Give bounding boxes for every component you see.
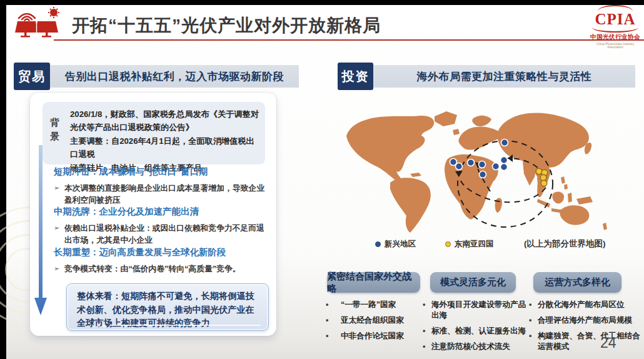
strategy-point-text: 注意防范核心技术流失	[431, 341, 510, 352]
phase-title: 中期洗牌：企业分化及加速产能出清	[54, 206, 271, 218]
logo-org-name: 中国光伏行业协会	[589, 33, 641, 41]
dot-bullet-icon: •	[529, 315, 538, 326]
arrow-bullet-icon: ➢	[54, 222, 64, 246]
legend-label: 东南亚四国	[455, 239, 494, 250]
investment-tag: 投资	[338, 63, 373, 90]
logo-org-name-en: China Photovoltaic Industry Association	[591, 43, 639, 49]
world-map	[343, 100, 636, 239]
yellow-dot-icon	[445, 241, 451, 247]
strategy-point: •海外项目开发建设带动产品出海	[423, 300, 530, 321]
strategy-point-text: 中非合作论坛国家	[335, 331, 404, 341]
strategy-point-text: 合理评估海外产能布局规模	[538, 315, 632, 326]
solar-panel-icon	[13, 7, 63, 39]
map-continents	[346, 111, 607, 233]
dot-bullet-icon: •	[326, 331, 335, 341]
map-note: (以上为部分世界地图)	[524, 238, 606, 250]
signal-waves-icon	[19, 14, 35, 21]
dot-bullet-icon: •	[326, 315, 335, 326]
arrow-bullet-icon: ➢	[54, 263, 64, 275]
phase-point: ➢ 竞争模式转变：由“低价内卷”转向“高质量”竞争。	[54, 263, 271, 275]
background-box: 背景 2026/1/8，财政部、国家税务总局发布《关于调整对光伏等产品出口退税政…	[43, 102, 265, 164]
strategy-point: •标准、检测、认证服务出海	[423, 326, 530, 336]
background-label: 背景	[49, 116, 60, 143]
phase-point-text: 竞争模式转变：由“低价内卷”转向“高质量”竞争。	[64, 263, 241, 275]
phase-point-text: 本次调整的直接影响是企业出口成本显著增加，导致企业盈利空间被挤压	[64, 182, 271, 206]
dot-bullet-icon: •	[326, 300, 335, 310]
dot-bullet-icon: •	[529, 331, 538, 352]
summary-box: 整体来看：短期阵痛不可避免，长期将倒逼技术创新、优化竞争格局，推动中国光伏产业在…	[66, 283, 269, 331]
background-line: 主要调整：自2026年4月1日起，全面取消增值税出口退税	[70, 136, 254, 159]
strategy-title: 模式灵活多元化	[430, 272, 516, 293]
dot-bullet-icon: •	[423, 326, 431, 336]
strategy-point-text: “一带一路”国家	[335, 300, 396, 310]
strategy-column-models: 模式灵活多元化 •海外项目开发建设带动产品出海 •标准、检测、认证服务出海 •注…	[423, 272, 530, 357]
trade-tag: 贸易	[14, 63, 50, 90]
strategy-point-text: 海外项目开发建设带动产品出海	[431, 300, 530, 321]
phase-point: ➢ 依赖出口退税补贴企业：或因出口依赖和竞争力不足而退出市场，尤其是中小企业	[54, 222, 271, 246]
strategy-point: •中非合作论坛国家	[326, 331, 433, 341]
strategy-point-text: 亚太经合组织国家	[335, 315, 404, 326]
strategy-point-text: 标准、检测、认证服务出海	[431, 326, 526, 336]
strategy-point-text: 构建独资、合资、代工相结合运营模式	[538, 331, 640, 352]
dot-bullet-icon: •	[423, 341, 431, 352]
logo-acronym: CPIA	[589, 11, 641, 27]
timeline-down-arrow	[34, 145, 48, 316]
background-line: 2026/1/8，财政部、国家税务总局发布《关于调整对光伏等产品出口退税政策的公…	[70, 109, 259, 132]
arrow-bullet-icon: ➢	[54, 182, 64, 206]
header-underline	[54, 39, 644, 41]
dot-bullet-icon: •	[529, 300, 538, 310]
legend-item-emerging: 新兴地区	[375, 239, 416, 249]
page-title: 开拓“十五五”光伏产业对外开放新格局	[72, 14, 381, 38]
phase-title: 长期重塑：迈向高质量发展与全球化新阶段	[54, 246, 271, 258]
strategy-point-text: 分散化海外产能布局区位	[538, 300, 625, 310]
phase-long-term: 长期重塑：迈向高质量发展与全球化新阶段 ➢ 竞争模式转变：由“低价内卷”转向“高…	[54, 246, 271, 275]
phase-point-text: 依赖出口退税补贴企业：或因出口依赖和竞争力不足而退出市场，尤其是中小企业	[64, 222, 271, 246]
strategy-title: 紧密结合国家外交战略	[327, 272, 420, 293]
strategy-point: •构建独资、合资、代工相结合运营模式	[529, 331, 640, 352]
page-number: 24	[600, 335, 616, 351]
phase-point: ➢ 本次调整的直接影响是企业出口成本显著增加，导致企业盈利空间被挤压	[54, 182, 271, 206]
strategy-column-diplomacy: 紧密结合国家外交战略 •“一带一路”国家 •亚太经合组织国家 •中非合作论坛国家	[326, 272, 433, 346]
strategy-point: •分散化海外产能布局区位	[529, 300, 640, 310]
strategy-column-operations: 运营方式多样化 •分散化海外产能布局区位 •合理评估海外产能布局规模 •构建独资…	[529, 272, 640, 357]
cpia-logo: CPIA 中国光伏行业协会 China Photovoltaic Industr…	[589, 5, 641, 49]
strategy-point: •“一带一路”国家	[326, 300, 433, 310]
strategy-point: •合理评估海外产能布局规模	[529, 315, 640, 326]
strategy-point: •注意防范核心技术流失	[423, 341, 530, 352]
logo-arc-icon	[592, 28, 638, 33]
strategy-point: •亚太经合组织国家	[326, 315, 433, 326]
investment-headline: 海外布局需更加注重策略性与灵活性	[373, 65, 635, 88]
legend-item-sea: 东南亚四国	[445, 239, 494, 249]
letterbox-top	[0, 0, 644, 5]
phase-mid-term: 中期洗牌：企业分化及加速产能出清 ➢ 依赖出口退税补贴企业：或因出口依赖和竞争力…	[54, 206, 271, 246]
background-text: 2026/1/8，财政部、国家税务总局发布《关于调整对光伏等产品出口退税政策的公…	[70, 108, 261, 174]
trade-card: 背景 2026/1/8，财政部、国家税务总局发布《关于调整对光伏等产品出口退税政…	[30, 93, 276, 336]
strategy-title: 运营方式多样化	[533, 272, 621, 293]
summary-dots-decoration	[93, 323, 261, 327]
letterbox-left	[0, 0, 6, 359]
dot-bullet-icon: •	[423, 300, 431, 321]
trade-headline: 告别出口退税补贴红利，迈入市场驱动新阶段	[50, 65, 299, 88]
blue-dot-icon	[375, 241, 381, 247]
phase-short-term: 短期冲击：成本骤增与“抢出口”窗口期 ➢ 本次调整的直接影响是企业出口成本显著增…	[54, 166, 271, 206]
phase-title: 短期冲击：成本骤增与“抢出口”窗口期	[54, 166, 271, 178]
legend-label: 新兴地区	[385, 239, 416, 250]
